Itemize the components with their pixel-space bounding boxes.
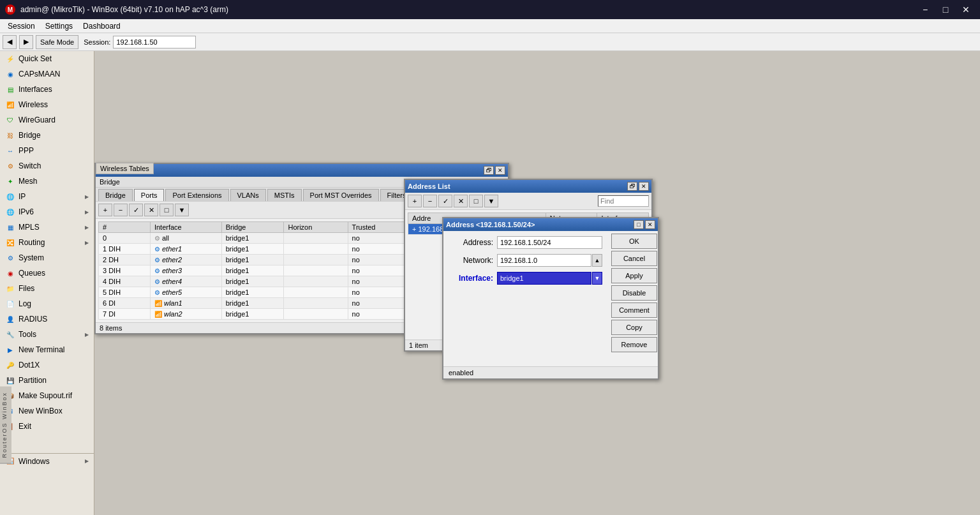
addr-address-row: Address: [443, 234, 607, 251]
sidebar-item-dot1x[interactable]: 🔑 Dot1X [0, 357, 94, 373]
bridge-copy-btn[interactable]: □ [160, 204, 174, 216]
addr-ok-btn[interactable]: OK [611, 234, 657, 249]
bridge-add-btn[interactable]: + [98, 204, 112, 216]
ipv6-icon: 🌐 [5, 207, 15, 217]
session-input[interactable] [113, 36, 196, 49]
tab-mstis[interactable]: MSTIs [267, 189, 302, 201]
bridge-edit-btn[interactable]: ✓ [129, 204, 143, 216]
sidebar-item-radius[interactable]: 👤 RADIUS [0, 311, 94, 327]
cell-interface: ⚙ ether1 [150, 244, 221, 255]
sidebar-item-tools[interactable]: 🔧 Tools ▶ [0, 327, 94, 342]
sidebar-item-mesh[interactable]: ✦ Mesh [0, 174, 94, 189]
safe-mode-button[interactable]: Safe Mode [36, 35, 78, 49]
cell-horizon [284, 265, 348, 276]
sidebar-item-interfaces[interactable]: ▤ Interfaces [0, 82, 94, 97]
sidebar-item-ipv6[interactable]: 🌐 IPv6 ▶ [0, 204, 94, 220]
bridge-close-btn[interactable]: ✕ [495, 166, 505, 175]
addr-disable-btn[interactable]: Disable [611, 285, 657, 301]
bridge-cancel-btn[interactable]: ✕ [144, 204, 158, 216]
bridge-filter-btn[interactable]: ▼ [175, 204, 189, 216]
addr-apply-btn[interactable]: Apply [611, 268, 657, 283]
addrlist-item-count: 1 item [409, 341, 428, 349]
title-bar-left: M admin@ (MikroTik) - WinBox (64bit) v7.… [5, 4, 228, 15]
sidebar-item-mpls[interactable]: ▦ MPLS ▶ [0, 220, 94, 235]
addr-address-input[interactable] [497, 236, 602, 249]
sidebar-item-ip[interactable]: 🌐 IP ▶ [0, 189, 94, 204]
addr-remove-btn[interactable]: Remove [611, 337, 657, 352]
cell-interface: ⚙ ether3 [150, 265, 221, 276]
sidebar-item-routing[interactable]: 🔀 Routing ▶ [0, 235, 94, 250]
quick-set-icon: ⚡ [5, 54, 15, 64]
cell-bridge: bridge1 [221, 255, 284, 265]
addr-cancel-btn[interactable]: Cancel [611, 251, 657, 266]
addr-network-arrow-btn[interactable]: ▲ [592, 254, 602, 267]
back-button[interactable]: ◀ [3, 35, 17, 49]
addrlist-add-btn[interactable]: + [408, 195, 422, 207]
cell-interface: ⚙ all [150, 233, 221, 244]
sidebar-item-ppp[interactable]: ↔ PPP [0, 143, 94, 158]
sidebar-item-wireless[interactable]: 📶 Wireless [0, 97, 94, 112]
sidebar-item-exit[interactable]: 🚪 Exit [0, 419, 94, 434]
addr-interface-input[interactable] [497, 272, 591, 285]
close-button[interactable]: ✕ [957, 3, 975, 16]
addrlist-edit-btn[interactable]: ✓ [438, 195, 452, 207]
addrlist-copy-btn[interactable]: □ [469, 195, 483, 207]
addrlist-restore-btn[interactable]: 🗗 [627, 182, 637, 191]
sidebar-item-switch[interactable]: ⚙ Switch [0, 158, 94, 174]
sidebar-item-log[interactable]: 📄 Log [0, 296, 94, 311]
bridge-restore-btn[interactable]: 🗗 [484, 166, 494, 175]
main-layout: ⚡ Quick Set ◉ CAPsMAAN ▤ Interfaces 📶 Wi… [0, 51, 980, 515]
addrlist-cancel-btn[interactable]: ✕ [454, 195, 468, 207]
addr-dialog-close-btn[interactable]: ✕ [645, 220, 655, 229]
addrlist-close-btn[interactable]: ✕ [639, 182, 649, 191]
cell-bridge: bridge1 [221, 244, 284, 255]
ipv6-arrow: ▶ [85, 209, 89, 215]
addr-address-label: Address: [449, 238, 493, 247]
addrlist-titlebar[interactable]: Address List 🗗 ✕ [405, 180, 651, 193]
addr-network-row: Network: ▲ [443, 251, 607, 269]
menu-dashboard[interactable]: Dashboard [78, 20, 126, 32]
forward-button[interactable]: ▶ [19, 35, 33, 49]
sidebar-item-files[interactable]: 📁 Files [0, 281, 94, 296]
addr-empty-space [443, 287, 607, 364]
sidebar-item-windows[interactable]: 🪟 Windows ▶ [0, 453, 94, 468]
addr-dialog-restore-btn[interactable]: □ [634, 220, 644, 229]
tab-bridge[interactable]: Bridge [98, 189, 133, 201]
tab-ports[interactable]: Ports [134, 189, 165, 201]
menu-session[interactable]: Session [3, 20, 40, 32]
sidebar-item-make-supout[interactable]: 📦 Make Supout.rif [0, 388, 94, 403]
sidebar-item-partition[interactable]: 💾 Partition [0, 373, 94, 388]
bridge-titlebar[interactable]: Bridge 🗗 ✕ [96, 164, 508, 177]
addr-interface-arrow-btn[interactable]: ▼ [592, 272, 602, 285]
minimize-button[interactable]: − [916, 3, 934, 16]
sidebar-label-dot1x: Dot1X [19, 361, 40, 369]
wireless-icon: 📶 [5, 100, 15, 110]
addrlist-find-input[interactable] [598, 195, 649, 207]
sidebar-label-exit: Exit [19, 422, 31, 431]
sidebar-item-system[interactable]: ⚙ System [0, 250, 94, 265]
tab-vlans[interactable]: VLANs [230, 189, 266, 201]
sidebar-item-new-winbox[interactable]: 🖥 New WinBox [0, 403, 94, 419]
tab-port-mst-overrides[interactable]: Port MST Overrides [303, 189, 379, 201]
addr-copy-btn[interactable]: Copy [611, 320, 657, 335]
menu-bar: Session Settings Dashboard [0, 19, 980, 33]
menu-settings[interactable]: Settings [40, 20, 78, 32]
session-label: Session: [84, 38, 110, 46]
addr-comment-btn[interactable]: Comment [611, 302, 657, 318]
sidebar-item-new-terminal[interactable]: ▶ New Terminal [0, 342, 94, 357]
addr-dialog-titlebar[interactable]: Address <192.168.1.50/24> □ ✕ [443, 218, 658, 231]
maximize-button[interactable]: □ [937, 3, 954, 16]
addrlist-filter-btn[interactable]: ▼ [484, 195, 498, 207]
tab-port-extensions[interactable]: Port Extensions [165, 189, 228, 201]
sidebar-item-queues[interactable]: ◉ Queues [0, 265, 94, 281]
cell-horizon [284, 309, 348, 320]
addrlist-remove-btn[interactable]: − [423, 195, 437, 207]
sidebar-item-capsman[interactable]: ◉ CAPsMAAN [0, 66, 94, 82]
addr-status-text: enabled [449, 369, 473, 377]
sidebar-item-quick-set[interactable]: ⚡ Quick Set [0, 51, 94, 66]
bridge-remove-btn[interactable]: − [114, 204, 128, 216]
sidebar-item-wireguard[interactable]: 🛡 WireGuard [0, 112, 94, 128]
addr-network-input[interactable] [497, 254, 591, 267]
sidebar-item-bridge[interactable]: ⛓ Bridge [0, 128, 94, 143]
cell-trusted: no [348, 233, 410, 244]
